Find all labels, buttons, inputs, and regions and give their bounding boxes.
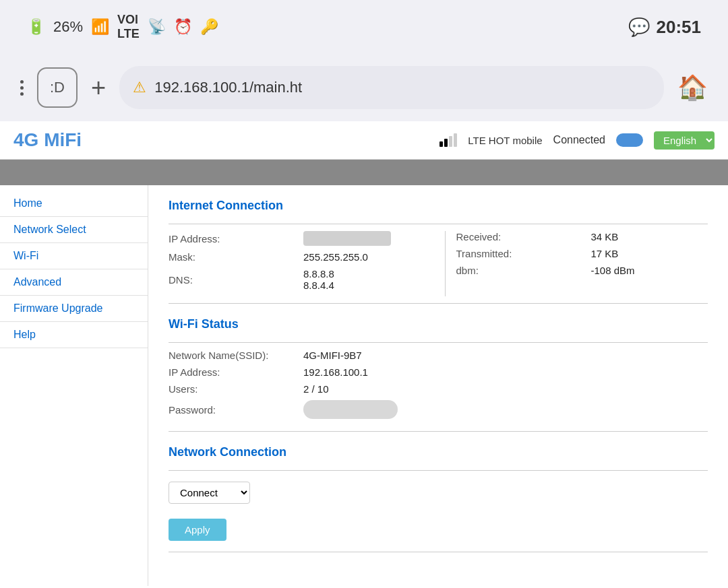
internet-connection-title: Internet Connection [169,199,708,213]
internet-left-col: IP Address: Mask: 255.255.255.0 DNS: 8.8… [169,231,434,296]
signal-bar-1 [439,141,443,147]
browser-add-tab-button[interactable]: + [91,73,106,102]
transmitted-value: 17 KB [591,248,619,259]
wifi-status-title: Wi-Fi Status [169,317,708,331]
carrier-text: LTE HOT mobile [468,135,542,146]
users-label: Users: [169,383,303,395]
transmitted-label: Transmitted: [456,248,591,259]
received-row: Received: 34 KB [456,231,708,242]
wifi-ip-label: IP Address: [169,366,303,378]
apply-button[interactable]: Apply [169,519,226,541]
webpage: 4G MiFi LTE HOT mobile Connected English… [0,121,728,588]
address-text: 192.168.100.1/main.ht [154,79,302,96]
battery-icon: 🔋 [27,18,45,36]
signal-bars [439,133,457,147]
current-time: 20:51 [657,17,702,38]
ssid-value: 4G-MIFI-9B7 [303,350,362,361]
ssid-label: Network Name(SSID): [169,350,303,361]
browser-menu-button[interactable] [20,80,24,96]
sidebar-item-firmware[interactable]: Firmware Upgrade [0,296,148,322]
vpn-key-icon: 🔑 [200,18,218,36]
wifi-icon: 📡 [148,18,166,36]
users-row: Users: 2 / 10 [169,383,708,395]
ip-value [303,231,391,246]
internet-connection-section: Internet Connection IP Address: Mask: 25… [169,199,708,304]
sidebar-item-advanced[interactable]: Advanced [0,269,148,296]
mask-value: 255.255.255.0 [303,251,368,263]
received-label: Received: [456,231,591,242]
wifi-status-details: Network Name(SSID): 4G-MIFI-9B7 IP Addre… [169,342,708,432]
network-connection-title: Network Connection [169,445,708,459]
browser-bar: :D + ⚠ 192.168.100.1/main.ht 🏠 [0,54,728,121]
signal-bar-2 [444,139,448,147]
web-header: 4G MiFi LTE HOT mobile Connected English… [0,121,728,160]
internet-right-col: Received: 34 KB Transmitted: 17 KB dbm: … [456,231,708,296]
lte-icon: VOlLTE [117,13,140,41]
wifi-status-section: Wi-Fi Status Network Name(SSID): 4G-MIFI… [169,317,708,432]
users-value: 2 / 10 [303,383,329,395]
ip-label: IP Address: [169,233,303,244]
dns2-value: 8.8.4.4 [303,280,334,291]
battery-percent: 26% [53,18,83,36]
connected-toggle[interactable] [616,133,643,147]
nav-bar [0,160,728,185]
connect-select-wrapper: Connect Disconnect [169,482,708,511]
brand-logo: 4G MiFi [13,129,82,151]
dns-values: 8.8.8.8 8.8.4.4 [303,268,334,291]
sidebar-item-home[interactable]: Home [0,191,148,217]
mask-row: Mask: 255.255.255.0 [169,251,421,263]
dbm-value: -108 dBm [591,265,635,276]
sidebar-item-wifi[interactable]: Wi-Fi [0,243,148,269]
alarm-icon: ⏰ [174,18,192,36]
content-area: Internet Connection IP Address: Mask: 25… [148,185,728,586]
sidebar: Home Network Select Wi-Fi Advanced Firmw… [0,185,148,586]
network-connection-section: Network Connection Connect Disconnect Ap… [169,445,708,552]
connected-label: Connected [553,134,605,146]
status-bar: 🔋 26% 📶 VOlLTE 📡 ⏰ 🔑 💬 20:51 [0,0,728,54]
transmitted-row: Transmitted: 17 KB [456,248,708,259]
browser-home-button[interactable]: 🏠 [677,73,708,102]
dbm-label: dbm: [456,265,591,276]
dns-row: DNS: 8.8.8.8 8.8.4.4 [169,268,421,291]
address-bar[interactable]: ⚠ 192.168.100.1/main.ht [119,66,664,109]
status-right: 💬 20:51 [628,17,702,38]
language-select[interactable]: English עברית [654,131,715,150]
network-connection-details: Connect Disconnect Apply [169,470,708,552]
col-divider [445,231,446,296]
password-value [303,400,398,419]
dbm-row: dbm: -108 dBm [456,265,708,276]
chat-icon: 💬 [628,17,650,38]
dns-label: DNS: [169,274,303,286]
signal-bar-3 [449,136,452,147]
security-warning-icon: ⚠ [133,79,146,96]
header-right: LTE HOT mobile Connected English עברית [439,131,715,150]
brand-name: 4G MiFi [13,129,82,150]
sidebar-item-network-select[interactable]: Network Select [0,217,148,243]
password-row: Password: [169,400,708,419]
password-label: Password: [169,404,303,416]
browser-icon-button[interactable]: :D [37,67,78,108]
connect-select[interactable]: Connect Disconnect [169,482,250,504]
internet-connection-details: IP Address: Mask: 255.255.255.0 DNS: 8.8… [169,224,708,304]
main-content: Home Network Select Wi-Fi Advanced Firmw… [0,185,728,586]
smiley-icon: :D [50,79,65,96]
wifi-ip-row: IP Address: 192.168.100.1 [169,366,708,378]
mask-label: Mask: [169,251,303,263]
status-left: 🔋 26% 📶 VOlLTE 📡 ⏰ 🔑 [27,13,218,41]
ip-address-row: IP Address: [169,231,421,246]
dns1-value: 8.8.8.8 [303,268,334,280]
received-value: 34 KB [591,231,619,242]
sidebar-item-help[interactable]: Help [0,322,148,348]
wifi-ip-value: 192.168.100.1 [303,366,368,378]
signal-bar-4 [454,133,457,147]
signal-icon: 📶 [91,18,109,36]
ssid-row: Network Name(SSID): 4G-MIFI-9B7 [169,350,708,361]
